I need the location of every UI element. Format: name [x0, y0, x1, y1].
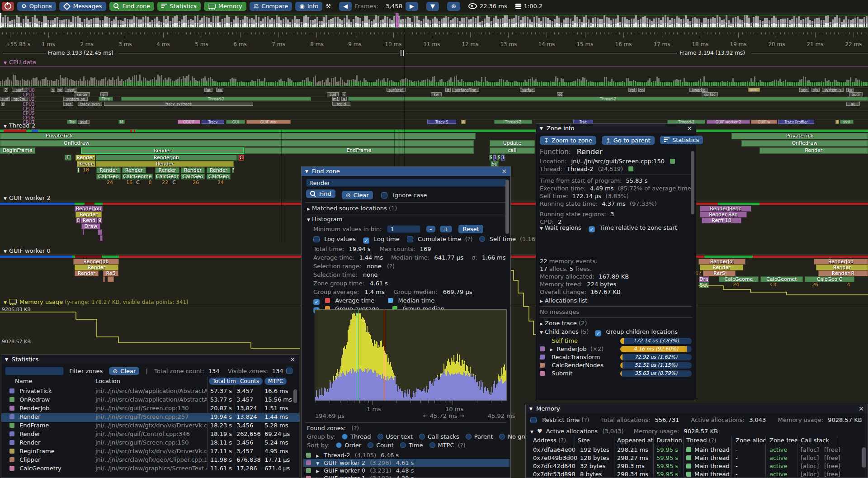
timeline-zone[interactable]: Render — [181, 167, 205, 173]
cpu-zone-chip[interactable]: GUIF worker 2 — [707, 120, 750, 124]
crosshair-button[interactable]: ⊕ — [447, 2, 460, 11]
options-button[interactable]: ⚙Options — [17, 2, 56, 11]
time-axis[interactable]: +55.83 s1 ms2 ms3 ms4 ms5 ms6 ms7 ms8 ms… — [0, 28, 868, 49]
timeline-zone[interactable]: Rerff 18 — [702, 218, 741, 223]
sort-by-count-radio[interactable] — [368, 442, 373, 448]
child-zone-row[interactable]: Submit 35.63 us (0.79%) — [540, 370, 693, 377]
cpu-zone-chip[interactable]: tqp2g( — [11, 97, 28, 101]
statistics-scrollbar[interactable] — [293, 389, 297, 403]
col-header-mtpc[interactable]: MTPC — [264, 378, 287, 385]
timeline-zone[interactable]: Render — [816, 265, 868, 270]
timeline-zone[interactable] — [83, 229, 84, 235]
group-by-call-stacks-radio[interactable] — [419, 434, 425, 440]
restrict-time-checkbox[interactable] — [530, 417, 537, 423]
filter-zones-input[interactable] — [5, 367, 64, 375]
timeline-zone[interactable]: Re5 — [103, 270, 118, 276]
group-children-checkbox[interactable]: ✓ — [595, 330, 601, 336]
timeline-zone[interactable]: RenderJob — [73, 259, 119, 265]
cpu-zone-chip[interactable]: ser — [63, 102, 73, 106]
timeline-zone[interactable]: 24 — [214, 180, 227, 185]
reset-button[interactable]: Reset — [458, 225, 483, 233]
statistics-row[interactable]: CalcGeometry jni/../jni/src/claw/graphic… — [1, 465, 300, 473]
cpu-zone-chip[interactable]: kworke — [689, 88, 708, 92]
cpu-data-header[interactable]: ▼CPU data — [4, 59, 36, 66]
group-by-user-text-radio[interactable] — [377, 434, 383, 440]
log-time-checkbox[interactable]: ✓ — [363, 237, 369, 244]
cpu-zone-chip[interactable]: Thread-2 — [348, 97, 868, 101]
timeline-zone[interactable]: OnRedraw — [0, 140, 474, 147]
cpu-zone-chip[interactable]: surfac — [702, 92, 718, 96]
time-relative-checkbox[interactable]: ✓ — [589, 226, 595, 232]
self-time-row[interactable]: Self time 172.14 us (3.83%) — [540, 337, 693, 345]
statistics-titlebar[interactable]: ▼ Statistics ✕ — [1, 355, 299, 364]
timeline-zone[interactable]: F — [77, 167, 80, 173]
timeline-zone[interactable]: 24 — [103, 180, 117, 185]
child-zones-header[interactable]: ▼ Child zones (5) ✓ Group children locat… — [540, 328, 678, 336]
timeline-zone[interactable]: C — [239, 155, 244, 161]
cpu-zone-chip[interactable]: kw.gn — [74, 92, 90, 96]
timeline-zone[interactable]: RenderJob — [96, 155, 237, 161]
timeline-zone[interactable]: Render — [75, 270, 99, 276]
next-frame-button[interactable]: ▶ — [406, 2, 418, 11]
timeline-zone[interactable]: Render — [75, 212, 102, 218]
clear-button[interactable]: ⊘Clear — [342, 191, 373, 199]
sort-by-time-radio[interactable] — [400, 442, 406, 448]
log-values-checkbox[interactable] — [313, 236, 320, 242]
memory-button[interactable]: Memory — [204, 2, 246, 11]
timeline-zone[interactable]: 16 — [123, 180, 135, 185]
group-by-parent-radio[interactable] — [466, 434, 472, 440]
cpu-zone-chip[interactable]: 2 — [4, 88, 8, 92]
timeline-zone[interactable]: Render — [700, 265, 743, 270]
go-to-parent-button[interactable]: ↥Go to parent — [602, 136, 655, 145]
timeline-zone[interactable]: OnRedraw — [741, 140, 868, 147]
found-zone-group[interactable]: ▶ GUIF worker 1 (3,192) 4.39 s — [303, 474, 509, 478]
cpu-zone-chip[interactable]: et — [557, 92, 563, 96]
timeline-zone[interactable]: F — [232, 167, 234, 173]
col-header-name[interactable]: Name — [15, 378, 32, 384]
cpu-zone-chip[interactable]: Thread-2 — [494, 120, 532, 124]
cpu-zone-chip[interactable]: Thread-2 — [121, 97, 311, 101]
help-mark[interactable]: (?) — [387, 263, 395, 270]
min-bin-input[interactable] — [387, 225, 420, 233]
timeline-zone[interactable] — [103, 276, 105, 282]
mem-col-header[interactable]: Zone alloc — [736, 437, 766, 444]
thread-2-header[interactable]: ▼Thread-2 — [4, 122, 35, 129]
timeline-zone[interactable]: Render — [155, 167, 179, 173]
statistics-row[interactable]: Render jni/../jni/src/guif/Control.cpp:3… — [1, 431, 300, 439]
cpu-zone-chip[interactable]: co — [638, 88, 645, 92]
timeline-zone[interactable]: RenderJRenc — [700, 206, 751, 212]
cpu-zone-chip[interactable]: surfac — [520, 88, 535, 92]
find-zone-button[interactable]: Find zone — [109, 2, 155, 11]
mem-col-header[interactable]: Duration — [656, 437, 682, 444]
mem-col-header[interactable]: Address (?) — [533, 437, 566, 444]
guif-worker-0-header[interactable]: ▼GUIF worker 0 — [4, 247, 51, 254]
cpu-zone-chip[interactable]: kv — [846, 88, 854, 92]
cpu-zone-chip[interactable]: rot_d — [332, 102, 350, 106]
mem-col-header[interactable]: Thread (?) — [686, 437, 717, 444]
timeline-zone[interactable]: Rende — [77, 161, 95, 167]
statistics-row[interactable]: RenderJob jni/../jni/src/guif/Screen.cpp… — [1, 405, 300, 413]
timeline-zone[interactable]: C — [172, 180, 176, 185]
timeline-zone[interactable]: F — [65, 155, 71, 161]
timeline-zone[interactable]: PrivateTick — [731, 133, 868, 139]
timeline-zone[interactable]: 9 — [98, 218, 102, 223]
zone-info-scrollbar[interactable] — [691, 151, 694, 214]
cpu-zone-chip[interactable]: m1 — [332, 97, 340, 101]
histogram-section-header[interactable]: ▼ Histogram — [307, 216, 343, 222]
allocation-row[interactable]: 0x7dfc53d898 8 bytes 298.34 ms 59.95 s M… — [526, 471, 868, 478]
memory-titlebar[interactable]: ▼ Memory ✕ — [526, 404, 868, 413]
cpu-zone-chip[interactable]: A — [461, 120, 466, 124]
cpu-zone-chip[interactable]: x — [1, 102, 5, 106]
timeline-zone[interactable]: 8 — [76, 218, 80, 223]
statistics-row[interactable]: EndFrame jni/../jni/src/claw/gfx/drv/vk/… — [1, 422, 300, 431]
timeline-zone[interactable]: Dra — [699, 276, 709, 282]
timeline-zone[interactable]: Set — [699, 282, 709, 288]
cpu-zone-chip[interactable]: surface! — [387, 88, 406, 92]
help-mark[interactable]: (?) — [465, 236, 473, 242]
cpu-zone-chip[interactable]: (au — [204, 88, 212, 92]
timeline-zone[interactable]: EndFrame — [244, 147, 474, 154]
statistics-row[interactable]: Render jni/../jni/src/guif/Screen.cpp:25… — [1, 413, 300, 422]
cpu-zone-chip[interactable]: Tracy — [202, 120, 224, 124]
timeline-zone[interactable]: S — [489, 155, 492, 161]
close-icon[interactable]: ✕ — [859, 404, 864, 413]
